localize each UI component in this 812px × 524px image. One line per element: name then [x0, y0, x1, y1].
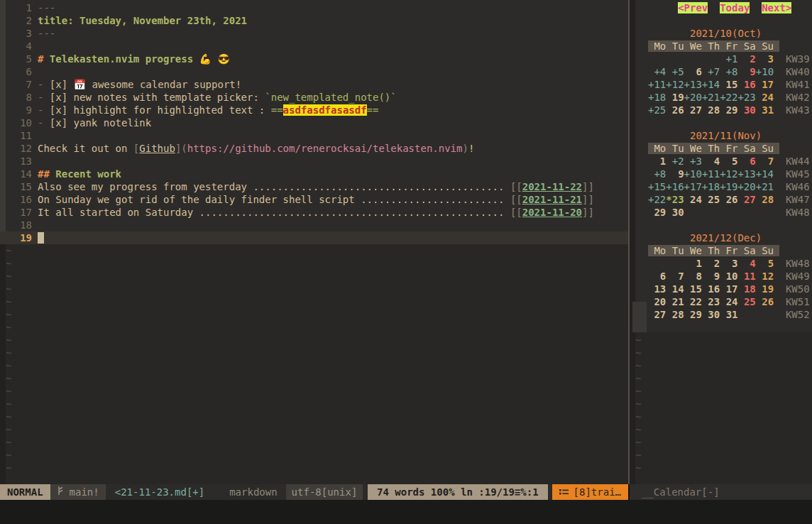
empty-line-tilde: ~ [630, 398, 812, 410]
calendar-nav-row: <Prev Today Next> [630, 1, 812, 14]
editor-line-19[interactable]: 19 [0, 231, 628, 244]
line-number: 18 [6, 219, 34, 231]
calendar-week-row[interactable]: +11+12+13+14 15 16 17 KW41 [630, 78, 812, 91]
line-number: 14 [6, 168, 34, 180]
editor-line-12[interactable]: 12Check it out on [Github](https://githu… [6, 142, 628, 155]
calendar-week-row[interactable]: 1 2 3 4 5 KW48 [630, 257, 812, 270]
editor-line-4[interactable]: 4 [6, 40, 628, 53]
trailing-label: [8]trai… [574, 486, 621, 498]
editor-line-13[interactable]: 13 [6, 155, 628, 168]
editor-line-1[interactable]: 1--- [6, 1, 628, 14]
calendar-blank-row [630, 219, 812, 231]
calendar-month-title: 2021/11(Nov) [630, 129, 812, 142]
empty-line-tilde: ~ [6, 449, 628, 462]
calendar-day-header: Mo Tu We Th Fr Sa Su [630, 142, 812, 155]
calendar-week-row[interactable]: 29 30 KW48 [630, 206, 812, 219]
empty-line-tilde: ~ [630, 436, 812, 449]
line-number: 6 [6, 65, 34, 78]
empty-line-tilde: ~ [6, 462, 628, 474]
calendar-week-row[interactable]: +8 9+10+11+12+13+14 KW45 [630, 168, 812, 180]
empty-line-tilde: ~ [630, 449, 812, 462]
line-number: 15 [6, 180, 34, 193]
editor-window[interactable]: 1---2title: Tuesday, November 23th, 2021… [0, 0, 628, 484]
line-number: 12 [6, 142, 34, 155]
editor-line-18[interactable]: 18 [6, 219, 628, 231]
editor-line-14[interactable]: 14## Recent work [6, 168, 628, 180]
editor-statusline: NORMAL main! <21-11-23.md[+] markdown ut… [0, 484, 628, 500]
empty-line-tilde: ~ [6, 346, 628, 359]
empty-line-tilde: ~ [630, 410, 812, 423]
calendar-week-row[interactable]: 1 +2 +3 4 5 6 7 KW44 [630, 155, 812, 168]
cal-next-button[interactable]: Next> [762, 2, 791, 13]
line-number: 16 [6, 193, 34, 206]
list-icon [559, 486, 569, 498]
cal-today-button[interactable]: Today [720, 2, 750, 13]
calendar-week-row[interactable]: 20 21 22 23 24 25 26 KW51 [630, 295, 812, 308]
empty-line-tilde: ~ [6, 257, 628, 270]
statusbar: NORMAL main! <21-11-23.md[+] markdown ut… [0, 484, 812, 500]
editor-line-7[interactable]: 7- [x] 📅 awesome calendar support! [6, 78, 628, 91]
empty-line-tilde: ~ [6, 436, 628, 449]
line-number: 1 [6, 1, 34, 14]
editor-line-9[interactable]: 9- [x] highlight for highlighted text : … [6, 104, 628, 116]
calendar-week-row[interactable]: +22*23 24 25 26 27 28 KW47 [630, 193, 812, 206]
calendar-day-header: Mo Tu We Th Fr Sa Su [630, 244, 812, 257]
editor-line-5[interactable]: 5# Telekasten.nvim progress 💪 😎 [6, 53, 628, 65]
command-line[interactable] [0, 500, 812, 524]
calendar-week-row[interactable]: +25 26 27 28 29 30 31 KW43 [630, 104, 812, 116]
editor-line-17[interactable]: 17It all started on Saturday ...........… [6, 206, 628, 219]
filename-label[interactable]: <21-11-23.md[+] [106, 484, 204, 500]
empty-line-tilde: ~ [630, 334, 812, 346]
calendar-statusline: __Calendar[-] [630, 484, 812, 500]
editor-line-8[interactable]: 8- [x] new notes with template picker: `… [6, 91, 628, 104]
empty-line-tilde: ~ [630, 385, 812, 398]
empty-line-tilde: ~ [6, 372, 628, 385]
trailing-warning[interactable]: [8]trai… [552, 484, 628, 500]
calendar-week-row[interactable]: +1 2 3 KW39 [630, 53, 812, 65]
editor-buffer[interactable]: 1---2title: Tuesday, November 23th, 2021… [6, 1, 628, 474]
calendar-window[interactable]: <Prev Today Next> 2021/10(Oct) Mo Tu We … [630, 0, 812, 484]
git-branch-icon [57, 486, 65, 498]
line-number: 13 [6, 155, 34, 168]
calendar-month-title: 2021/12(Dec) [630, 231, 812, 244]
line-number: 4 [6, 40, 34, 53]
line-number: 17 [6, 206, 34, 219]
mode-indicator: NORMAL [0, 484, 50, 500]
line-number: 2 [6, 14, 34, 27]
empty-line-tilde: ~ [6, 283, 628, 295]
calendar-blank-row [630, 116, 812, 129]
empty-line-tilde: ~ [630, 359, 812, 372]
empty-line-tilde: ~ [6, 385, 628, 398]
empty-line-tilde: ~ [630, 372, 812, 385]
empty-line-tilde: ~ [6, 270, 628, 283]
empty-line-tilde: ~ [6, 244, 628, 257]
editor-scrollbar-thumb[interactable] [0, 0, 6, 244]
empty-line-tilde: ~ [6, 410, 628, 423]
empty-line-tilde: ~ [6, 334, 628, 346]
line-number: 9 [6, 104, 34, 116]
editor-line-10[interactable]: 10- [x] yank notelink [6, 116, 628, 129]
calendar-week-row[interactable]: +15+16+17+18+19+20+21 KW46 [630, 180, 812, 193]
editor-line-11[interactable]: 11 [6, 129, 628, 142]
editor-line-2[interactable]: 2title: Tuesday, November 23th, 2021 [6, 14, 628, 27]
git-branch-label: main! [70, 486, 99, 498]
editor-line-3[interactable]: 3--- [6, 27, 628, 40]
calendar-buffer[interactable]: <Prev Today Next> 2021/10(Oct) Mo Tu We … [630, 1, 812, 474]
line-number: 5 [6, 53, 34, 65]
calendar-day-header: Mo Tu We Th Fr Sa Su [630, 40, 812, 53]
cal-prev-button[interactable]: <Prev [678, 2, 708, 13]
calendar-week-row[interactable]: 27 28 29 30 31 KW52 [630, 308, 812, 321]
filetype-label: markdown [229, 484, 277, 500]
calendar-week-row[interactable]: +18 19+20+21+22+23 24 KW42 [630, 91, 812, 104]
line-number: 7 [6, 78, 34, 91]
editor-line-15[interactable]: 15Also see my progress from yesterday ..… [6, 180, 628, 193]
text-cursor [38, 232, 44, 244]
editor-line-6[interactable]: 6 [6, 65, 628, 78]
nvim-screen: 1---2title: Tuesday, November 23th, 2021… [0, 0, 812, 524]
calendar-week-row[interactable]: +4 +5 6 +7 +8 9+10 KW40 [630, 65, 812, 78]
stats-segment: 74 words 100% ln :19/19≡%:1 [368, 484, 548, 500]
editor-line-16[interactable]: 16On Sunday we got rid of the daily find… [6, 193, 628, 206]
calendar-week-row[interactable]: 13 14 15 16 17 18 19 KW50 [630, 283, 812, 295]
calendar-week-row[interactable]: 6 7 8 9 10 11 12 KW49 [630, 270, 812, 283]
git-segment[interactable]: main! [50, 484, 106, 500]
